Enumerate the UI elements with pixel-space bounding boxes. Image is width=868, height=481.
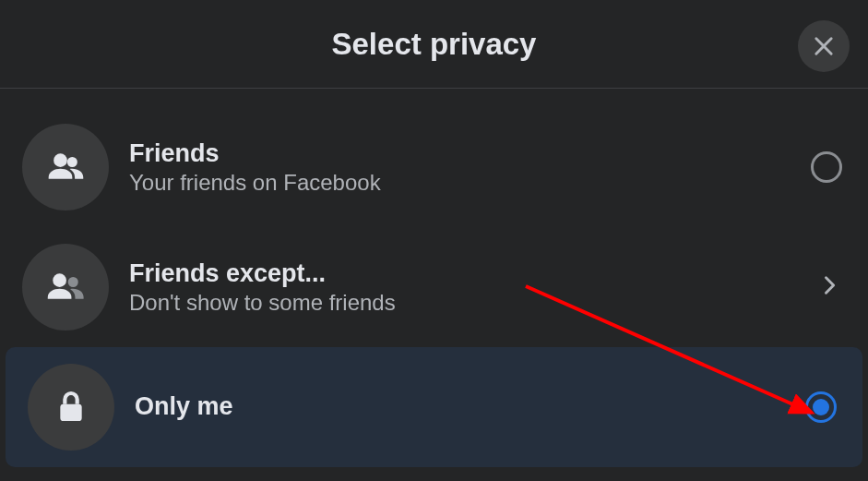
radio-checked[interactable]	[805, 391, 837, 423]
option-text: Friends Your friends on Facebook	[129, 139, 811, 196]
friends-except-icon-circle	[22, 244, 109, 331]
lock-icon-circle	[28, 364, 114, 451]
chevron-right-icon	[816, 272, 842, 302]
option-title: Friends except...	[129, 259, 816, 288]
radio-unchecked[interactable]	[811, 151, 842, 183]
privacy-options-list: Friends Your friends on Facebook Friends…	[0, 89, 868, 467]
svg-rect-6	[60, 404, 81, 421]
option-friends[interactable]: Friends Your friends on Facebook	[0, 107, 868, 227]
option-only-me[interactable]: Only me	[6, 347, 862, 467]
friends-except-icon	[45, 267, 86, 307]
dialog-header: Select privacy	[0, 0, 868, 89]
svg-point-4	[68, 277, 78, 287]
friends-icon	[45, 147, 86, 187]
option-title: Only me	[135, 392, 805, 421]
friends-icon-circle	[22, 124, 109, 210]
svg-point-3	[67, 157, 77, 167]
option-text: Only me	[135, 392, 805, 423]
option-title: Friends	[129, 139, 811, 168]
option-text: Friends except... Don't show to some fri…	[129, 259, 816, 316]
option-subtitle: Your friends on Facebook	[129, 170, 811, 196]
svg-point-2	[54, 153, 67, 167]
lock-icon	[53, 389, 89, 426]
option-friends-except[interactable]: Friends except... Don't show to some fri…	[0, 227, 868, 347]
dialog-title: Select privacy	[332, 27, 537, 62]
option-subtitle: Don't show to some friends	[129, 290, 816, 316]
svg-point-5	[53, 273, 66, 287]
close-icon	[811, 33, 837, 59]
close-button[interactable]	[798, 20, 850, 72]
